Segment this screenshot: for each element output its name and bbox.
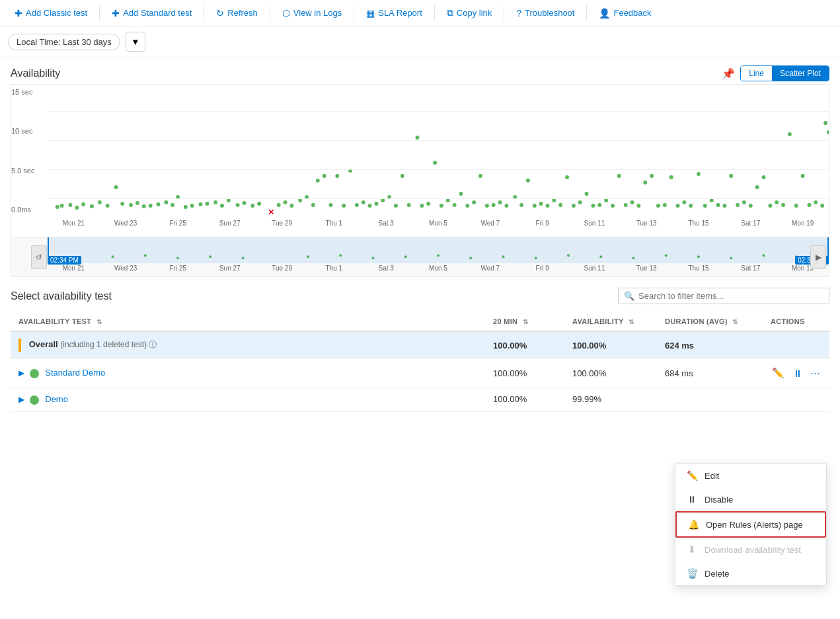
test-name-cell-1: ▶ Standard Demo	[11, 359, 485, 388]
minimap-nav-right-button[interactable]: ▶	[810, 245, 826, 269]
svg-point-91	[676, 204, 680, 208]
svg-point-35	[311, 203, 315, 207]
col-duration[interactable]: DURATION (AVG) ⇅	[657, 312, 763, 331]
y-axis: 15 sec 10 sec 5.0 sec 0.0ms	[11, 85, 48, 217]
pin-button[interactable]: 📌	[722, 67, 735, 80]
pause-button-1[interactable]: ⏸	[791, 366, 804, 380]
y-label-0: 0.0ms	[11, 206, 48, 214]
x-label-10: Sun 11	[568, 220, 621, 227]
col-availability[interactable]: AVAILABILITY ⇅	[564, 312, 657, 331]
svg-point-114	[823, 121, 827, 125]
toolbar: ✚ Add Classic test ✚ Add Standard test ↻…	[0, 0, 840, 26]
x-label-3: Sun 27	[204, 220, 256, 227]
svg-point-64	[498, 200, 502, 204]
scatter-plot-svg: ✕	[48, 85, 829, 217]
edit-button-1[interactable]: ✏️	[771, 366, 786, 380]
feedback-button[interactable]: 👤 Feedback	[592, 5, 658, 22]
svg-point-65	[504, 204, 508, 208]
refresh-button[interactable]: ↻ Refresh	[210, 5, 264, 22]
svg-point-15	[164, 200, 168, 204]
minimap-nav-left-button[interactable]: ↺	[31, 245, 47, 269]
mini-x-11: Tue 13	[621, 265, 673, 272]
svg-point-0	[56, 205, 59, 209]
svg-point-10	[129, 203, 133, 207]
time-range-filter[interactable]: Local Time: Last 30 days	[8, 34, 120, 50]
mini-x-6: Sat 3	[360, 265, 412, 272]
svg-point-1	[60, 204, 64, 208]
line-view-button[interactable]: Line	[741, 66, 772, 81]
copy-link-button[interactable]: ⧉ Copy link	[440, 4, 498, 22]
svg-point-61	[478, 174, 482, 178]
divider-1	[99, 5, 100, 21]
search-box: 🔍	[618, 288, 829, 304]
svg-point-97	[716, 203, 720, 207]
svg-point-88	[656, 204, 660, 208]
svg-point-30	[277, 203, 281, 207]
add-standard-button[interactable]: ✚ Add Standard test	[105, 5, 198, 22]
overall-avail: 100.00%	[564, 331, 657, 359]
expand-button-2[interactable]: ▶	[19, 395, 24, 404]
test-actions-1: ✏️ ⏸ ⋯	[763, 359, 829, 388]
filter-button[interactable]: ▼	[126, 32, 145, 52]
svg-point-37	[323, 174, 326, 178]
svg-point-58	[459, 192, 463, 196]
svg-point-101	[742, 200, 746, 204]
table-header-row: AVAILABILITY TEST ⇅ 20 MIN ⇅ AVAILABILIT…	[11, 312, 829, 331]
svg-point-11	[135, 201, 139, 205]
divider-2	[204, 5, 204, 21]
svg-point-27	[243, 201, 247, 205]
svg-point-53	[426, 202, 430, 206]
col-test-name[interactable]: AVAILABILITY TEST ⇅	[11, 312, 485, 331]
divider-5	[434, 5, 435, 21]
svg-point-32	[289, 204, 293, 208]
search-input[interactable]	[638, 291, 823, 301]
test-link-2[interactable]: Demo	[45, 394, 68, 404]
svg-point-2	[69, 203, 73, 207]
test-link-1[interactable]: Standard Demo	[45, 368, 105, 378]
divider-3	[270, 5, 270, 21]
filter-bar: Local Time: Last 30 days ▼	[0, 26, 840, 58]
svg-point-59	[465, 204, 469, 208]
svg-point-84	[630, 200, 634, 204]
expand-button-1[interactable]: ▶	[19, 368, 24, 378]
more-button-1[interactable]: ⋯	[809, 366, 821, 380]
overall-label: Overall	[29, 339, 58, 349]
table-row: Overall (including 1 deleted test) ⓘ 100…	[11, 331, 829, 359]
help-icon: ?	[516, 8, 521, 19]
view-in-logs-button[interactable]: ⬡ View in Logs	[276, 5, 348, 22]
svg-point-48	[394, 204, 398, 208]
overall-note: (including 1 deleted test) ⓘ	[60, 340, 157, 349]
svg-point-9	[120, 202, 124, 206]
troubleshoot-button[interactable]: ? Troubleshoot	[510, 5, 581, 22]
svg-point-115	[827, 130, 829, 134]
svg-point-73	[558, 203, 562, 207]
mini-x-3: Sun 27	[204, 265, 256, 272]
time-range-label: Local Time: Last 30 days	[17, 37, 112, 47]
table-title: Select availability test	[11, 290, 112, 302]
svg-point-42	[355, 203, 359, 207]
x-label-1: Wed 23	[100, 220, 152, 227]
svg-point-22	[213, 200, 217, 204]
x-label-13: Sat 17	[724, 220, 777, 227]
svg-point-49	[401, 174, 404, 178]
svg-point-90	[669, 175, 673, 179]
svg-point-54	[433, 161, 437, 165]
svg-point-83	[624, 203, 628, 207]
svg-point-78	[591, 204, 595, 208]
scatter-view-button[interactable]: Scatter Plot	[772, 66, 829, 81]
add-classic-button[interactable]: ✚ Add Classic test	[8, 5, 94, 22]
table-section: Select availability test 🔍 AVAILABILITY …	[11, 288, 829, 412]
y-label-5: 5.0 sec	[11, 167, 48, 175]
logs-icon: ⬡	[282, 8, 290, 19]
svg-point-100	[736, 203, 740, 207]
col-20min[interactable]: 20 MIN ⇅	[485, 312, 564, 331]
sla-report-button[interactable]: ▦ SLA Report	[360, 5, 429, 22]
test-20min-1: 100.00%	[485, 359, 564, 388]
svg-point-113	[820, 204, 824, 208]
svg-point-63	[492, 203, 496, 207]
svg-point-43	[362, 200, 365, 204]
x-label-8: Wed 7	[464, 220, 516, 227]
svg-point-79	[597, 203, 601, 207]
sort-icon-name: ⇅	[96, 318, 102, 325]
y-label-10: 10 sec	[11, 127, 48, 135]
